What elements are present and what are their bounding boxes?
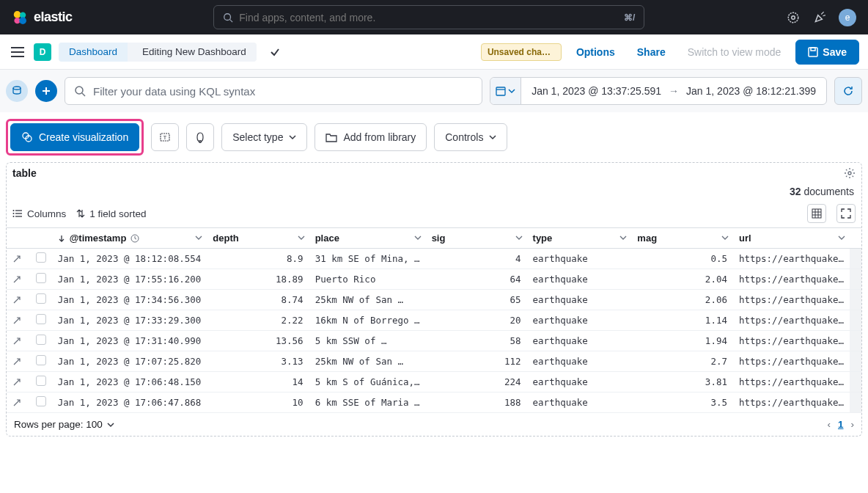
expand-row[interactable]	[7, 351, 30, 372]
cell-place: 5 km S of Guánica,…	[309, 372, 426, 392]
cell-mag: 1.94	[631, 331, 733, 351]
row-checkbox[interactable]	[30, 351, 52, 372]
cell-depth: 18.89	[207, 269, 309, 290]
row-checkbox[interactable]	[30, 290, 52, 310]
expand-row[interactable]	[7, 310, 30, 331]
svg-point-0	[14, 11, 21, 18]
svg-rect-34	[812, 209, 821, 218]
user-avatar[interactable]: e	[839, 9, 856, 26]
table-row[interactable]: Jan 1, 2023 @ 17:07:25.8203.1325km NW of…	[7, 351, 861, 372]
rows-per-page[interactable]: Rows per page: 100	[14, 419, 114, 430]
newsfeed-icon[interactable]	[786, 10, 801, 25]
expand-row[interactable]	[7, 331, 30, 351]
expand-row[interactable]	[7, 290, 30, 310]
table-row[interactable]: Jan 1, 2023 @ 17:33:29.3002.2216km N of …	[7, 310, 861, 331]
cell-type: earthquake	[527, 392, 632, 413]
date-from: Jan 1, 2023 @ 13:37:25.591	[532, 85, 661, 97]
calendar-icon[interactable]	[490, 78, 521, 104]
row-checkbox[interactable]	[30, 392, 52, 413]
expand-row[interactable]	[7, 392, 30, 413]
select-type-button[interactable]: Select type	[221, 123, 307, 151]
add-from-library-button[interactable]: Add from library	[315, 123, 427, 151]
brand-logo[interactable]: elastic	[12, 10, 73, 26]
space-badge[interactable]: D	[34, 43, 51, 61]
col-place[interactable]: place	[309, 228, 426, 249]
cell-mag: 2.06	[631, 290, 733, 310]
cell-url: https://earthquake…	[733, 269, 850, 290]
cell-url: https://earthquake…	[733, 290, 850, 310]
pager-current[interactable]: 1	[838, 419, 844, 430]
cell-type: earthquake	[527, 310, 632, 331]
row-checkbox[interactable]	[30, 249, 52, 269]
add-image-button[interactable]	[186, 123, 214, 151]
cell-timestamp: Jan 1, 2023 @ 17:31:40.990	[52, 331, 207, 351]
data-table: @timestamp depth place sig type mag url …	[7, 227, 861, 413]
fullscreen-button[interactable]	[836, 204, 856, 223]
table-row[interactable]: Jan 1, 2023 @ 17:55:16.20018.89Puerto Ri…	[7, 269, 861, 290]
row-checkbox[interactable]	[30, 372, 52, 392]
kql-filter-input[interactable]: Filter your data using KQL syntax	[65, 77, 482, 105]
row-checkbox[interactable]	[30, 269, 52, 290]
add-filter-button[interactable]	[35, 80, 57, 102]
table-controls: Columns 1 field sorted	[7, 200, 861, 227]
cell-sig: 4	[426, 249, 527, 269]
celebration-icon[interactable]	[812, 10, 827, 25]
col-type[interactable]: type	[527, 228, 632, 249]
create-visualization-button[interactable]: Create visualization	[10, 123, 139, 151]
cell-depth: 8.74	[207, 290, 309, 310]
col-timestamp[interactable]: @timestamp	[52, 228, 207, 249]
table-row[interactable]: Jan 1, 2023 @ 17:06:48.150145 km S of Gu…	[7, 372, 861, 392]
breadcrumb-dashboard[interactable]: Dashboard	[59, 43, 128, 62]
nav-menu-button[interactable]	[9, 43, 26, 61]
row-checkbox[interactable]	[30, 310, 52, 331]
table-row[interactable]: Jan 1, 2023 @ 17:06:47.868106 km SSE of …	[7, 392, 861, 413]
controls-button[interactable]: Controls	[434, 123, 507, 151]
data-view-button[interactable]	[6, 80, 28, 102]
density-button[interactable]	[807, 204, 826, 223]
svg-line-19	[82, 93, 85, 96]
lens-icon	[21, 131, 33, 143]
pager-next[interactable]: ›	[851, 419, 855, 430]
sort-button[interactable]: 1 field sorted	[76, 208, 146, 219]
col-depth[interactable]: depth	[207, 228, 309, 249]
add-text-button[interactable]: T	[151, 123, 179, 151]
top-header: elastic ⌘/ e	[0, 0, 868, 34]
global-search[interactable]: ⌘/	[213, 5, 644, 29]
expand-row[interactable]	[7, 249, 30, 269]
columns-button[interactable]: Columns	[12, 208, 66, 219]
svg-point-6	[788, 12, 798, 23]
save-button[interactable]: Save	[795, 40, 859, 65]
table-row[interactable]: Jan 1, 2023 @ 18:12:08.5548.931 km SE of…	[7, 249, 861, 269]
global-search-input[interactable]	[239, 12, 618, 23]
cell-url: https://earthquake…	[733, 372, 850, 392]
expand-row[interactable]	[7, 372, 30, 392]
col-url[interactable]: url	[733, 228, 850, 249]
breadcrumb: Dashboard Editing New Dashboard	[59, 43, 257, 62]
svg-rect-20	[496, 87, 505, 95]
col-sig[interactable]: sig	[426, 228, 527, 249]
panel-options-button[interactable]	[844, 167, 856, 179]
cell-timestamp: Jan 1, 2023 @ 17:07:25.820	[52, 351, 207, 372]
table-row[interactable]: Jan 1, 2023 @ 17:31:40.99013.565 km SSW …	[7, 331, 861, 351]
switch-view-mode: Switch to view mode	[680, 42, 789, 62]
cell-sig: 65	[426, 290, 527, 310]
svg-point-18	[76, 87, 83, 94]
share-button[interactable]: Share	[630, 42, 673, 62]
save-label: Save	[823, 46, 847, 58]
cell-type: earthquake	[527, 249, 632, 269]
expand-row[interactable]	[7, 269, 30, 290]
date-range-picker[interactable]: Jan 1, 2023 @ 13:37:25.591 → Jan 1, 2023…	[490, 77, 827, 105]
cell-type: earthquake	[527, 351, 632, 372]
options-button[interactable]: Options	[569, 42, 622, 62]
col-mag[interactable]: mag	[631, 228, 733, 249]
pager-prev[interactable]: ‹	[827, 419, 831, 430]
dashboard-toolbar: Create visualization T Select type Add f…	[0, 112, 868, 162]
cell-mag: 1.14	[631, 310, 733, 331]
table-row[interactable]: Jan 1, 2023 @ 17:34:56.3008.7425km NW of…	[7, 290, 861, 310]
select-type-label: Select type	[232, 131, 283, 143]
cell-sig: 188	[426, 392, 527, 413]
clock-icon	[130, 234, 139, 243]
breadcrumb-bar: D Dashboard Editing New Dashboard Unsave…	[0, 34, 868, 70]
row-checkbox[interactable]	[30, 331, 52, 351]
refresh-button[interactable]	[834, 77, 862, 105]
